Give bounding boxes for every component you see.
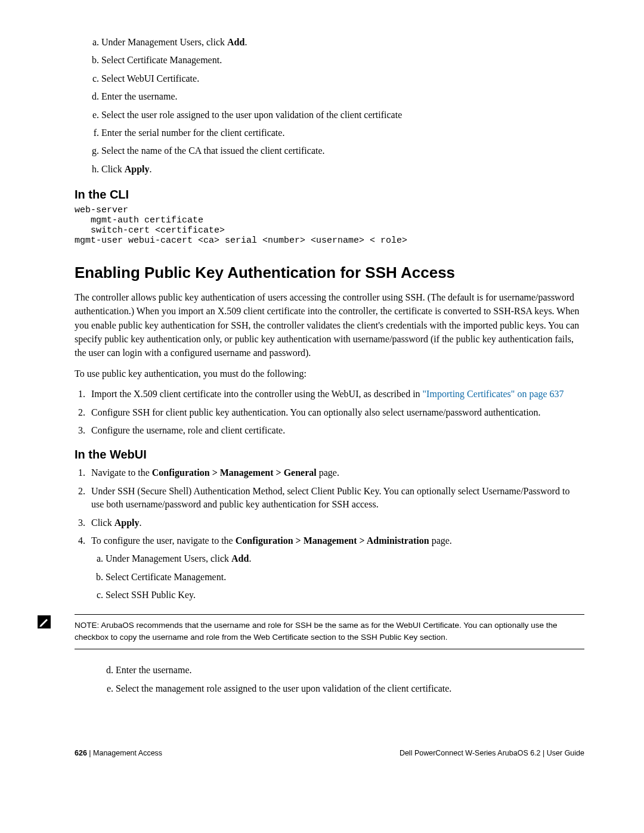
text: Navigate to the xyxy=(91,467,152,478)
list-item: Select WebUI Certificate. xyxy=(101,72,584,85)
footer-left: 626 | Management Access xyxy=(75,749,162,757)
footer-right: Dell PowerConnect W-Series ArubaOS 6.2 |… xyxy=(400,749,584,757)
list-item: Click Apply. xyxy=(88,516,584,529)
heading-cli: In the CLI xyxy=(75,188,584,202)
list-item: Select the management role assigned to t… xyxy=(116,682,584,695)
text: page. xyxy=(317,467,339,478)
heading-webui: In the WebUI xyxy=(75,448,584,462)
list-item: Under Management Users, click Add. xyxy=(106,552,584,565)
list-item: Enter the username. xyxy=(101,90,584,103)
list-item: Select SSH Public Key. xyxy=(106,589,584,602)
list-item: Navigate to the Configuration > Manageme… xyxy=(88,466,584,479)
list-item: Under Management Users, click Add. xyxy=(101,36,584,49)
list-item: Configure SSH for client public key auth… xyxy=(88,406,584,419)
page-number: 626 xyxy=(75,749,87,757)
text-bold: Add xyxy=(231,553,249,563)
list-item: Enter the serial number for the client c… xyxy=(101,126,584,140)
note-icon xyxy=(38,615,51,628)
text: . xyxy=(139,518,141,528)
list-item: Select the user role assigned to the use… xyxy=(101,109,584,122)
text: page. xyxy=(429,535,452,546)
text: . xyxy=(249,553,251,563)
footer-section: | Management Access xyxy=(87,749,162,757)
footer: 626 | Management Access Dell PowerConnec… xyxy=(75,749,584,757)
note-text: NOTE: ArubaOS recommends that the userna… xyxy=(75,614,584,650)
list-item: Configure the username, role and client … xyxy=(88,424,584,437)
text: Click xyxy=(101,164,125,174)
text-bold: Apply xyxy=(125,164,150,174)
list-item: Click Apply. xyxy=(101,163,584,176)
text: . xyxy=(149,164,151,174)
paragraph: To use public key authentication, you mu… xyxy=(75,367,584,380)
text-bold: Configuration > Management > General xyxy=(152,467,317,478)
heading-ssh: Enabling Public Key Authentication for S… xyxy=(75,264,584,282)
list-item: Enter the username. xyxy=(116,664,584,677)
list-item: Select the name of the CA that issued th… xyxy=(101,144,584,157)
link-importing-certs[interactable]: "Importing Certificates" on page 637 xyxy=(423,389,564,399)
text: To configure the user, navigate to the xyxy=(91,535,236,546)
text-bold: Add xyxy=(227,37,244,47)
ordered-list: Navigate to the Configuration > Manageme… xyxy=(75,466,584,602)
note: NOTE: ArubaOS recommends that the userna… xyxy=(38,614,584,650)
procedure-list-alpha: Under Management Users, click Add. Selec… xyxy=(91,552,584,602)
text-bold: Apply xyxy=(114,518,140,528)
procedure-list-alpha: Under Management Users, click Add. Selec… xyxy=(75,36,584,176)
text: Import the X.509 client certificate into… xyxy=(91,389,423,399)
text: Under Management Users, click xyxy=(101,37,227,47)
text: Under Management Users, click xyxy=(106,553,231,563)
list-item: To configure the user, navigate to the C… xyxy=(88,534,584,602)
text: . xyxy=(244,37,247,47)
ordered-list: Import the X.509 client certificate into… xyxy=(75,388,584,437)
list-item: Select Certificate Management. xyxy=(106,571,584,584)
procedure-list-alpha: Enter the username. Select the managemen… xyxy=(75,664,584,695)
text-bold: Configuration > Management > Administrat… xyxy=(236,535,429,546)
text: Click xyxy=(91,518,114,528)
cli-block: web-server mgmt-auth certificate switch-… xyxy=(75,205,584,246)
list-item: Import the X.509 client certificate into… xyxy=(88,388,584,401)
list-item: Under SSH (Secure Shell) Authentication … xyxy=(88,485,584,512)
paragraph: The controller allows public key authent… xyxy=(75,290,584,360)
list-item: Select Certificate Management. xyxy=(101,54,584,67)
